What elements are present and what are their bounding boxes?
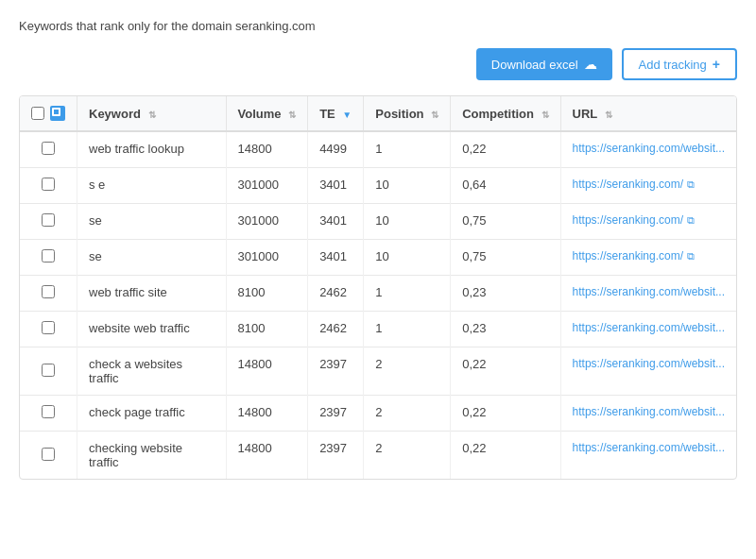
row-url: https://seranking.com/websit... — [560, 276, 736, 312]
table-header-row: Keyword ⇅ Volume ⇅ TE ▼ Position ⇅ Compe… — [20, 96, 736, 131]
row-url: https://seranking.com/websit... — [560, 347, 736, 396]
row-url-link[interactable]: https://seranking.com/websit... — [573, 142, 725, 155]
row-competition: 0,22 — [451, 347, 560, 396]
row-keyword: se — [77, 240, 227, 276]
row-checkbox-cell — [20, 276, 77, 312]
row-competition: 0,75 — [451, 240, 560, 276]
keywords-table: Keyword ⇅ Volume ⇅ TE ▼ Position ⇅ Compe… — [20, 96, 736, 479]
sort-keyword-icon: ⇅ — [148, 110, 156, 120]
row-te: 3401 — [308, 204, 364, 240]
row-checkbox-cell — [20, 396, 77, 432]
row-url: https://seranking.com/⧉ — [560, 204, 736, 240]
row-url-link[interactable]: https://seranking.com/websit... — [573, 321, 725, 334]
sort-url-icon: ⇅ — [605, 110, 612, 120]
download-label: Download excel — [491, 58, 578, 72]
row-position: 10 — [364, 240, 451, 276]
header-url[interactable]: URL ⇅ — [560, 96, 736, 131]
row-url-link[interactable]: https://seranking.com/websit... — [573, 441, 725, 454]
row-checkbox[interactable] — [42, 364, 55, 377]
row-te: 2462 — [308, 276, 364, 312]
row-competition: 0,22 — [451, 432, 560, 480]
row-keyword: web traffic site — [77, 276, 227, 312]
row-keyword: se — [77, 204, 227, 240]
add-tracking-label: Add tracking — [639, 58, 707, 72]
select-all-checkbox[interactable] — [31, 107, 44, 120]
row-position: 10 — [364, 168, 451, 204]
row-url-link[interactable]: https://seranking.com/⧉ — [573, 249, 695, 263]
row-url-link[interactable]: https://seranking.com/websit... — [573, 405, 725, 418]
add-tracking-button[interactable]: Add tracking + — [622, 48, 737, 80]
row-checkbox-cell — [20, 432, 77, 480]
row-competition: 0,23 — [451, 276, 560, 312]
row-checkbox[interactable] — [42, 321, 55, 334]
row-keyword: check a websites traffic — [77, 347, 227, 396]
table-row: s e3010003401100,64https://seranking.com… — [20, 168, 736, 204]
row-competition: 0,22 — [451, 396, 560, 432]
row-checkbox[interactable] — [42, 448, 55, 461]
row-te: 3401 — [308, 168, 364, 204]
row-position: 10 — [364, 204, 451, 240]
row-te: 2462 — [308, 312, 364, 347]
row-url: https://seranking.com/websit... — [560, 432, 736, 480]
row-keyword: web traffic lookup — [77, 131, 227, 168]
row-checkbox-cell — [20, 347, 77, 396]
row-position: 1 — [364, 131, 451, 168]
row-checkbox[interactable] — [42, 285, 55, 298]
table-row: check page traffic14800239720,22https://… — [20, 396, 736, 432]
row-volume: 301000 — [226, 240, 308, 276]
row-competition: 0,23 — [451, 312, 560, 347]
row-position: 1 — [364, 276, 451, 312]
header-te[interactable]: TE ▼ — [308, 96, 364, 131]
table-row: checking website traffic14800239720,22ht… — [20, 432, 736, 480]
header-volume[interactable]: Volume ⇅ — [226, 96, 308, 131]
row-url: https://seranking.com/websit... — [560, 131, 736, 168]
header-checkbox-cell — [20, 96, 77, 131]
row-url-link[interactable]: https://seranking.com/websit... — [573, 285, 725, 298]
table-row: se3010003401100,75https://seranking.com/… — [20, 240, 736, 276]
table-row: web traffic lookup14800449910,22https://… — [20, 131, 736, 168]
external-link-icon: ⧉ — [687, 250, 695, 263]
row-volume: 301000 — [226, 168, 308, 204]
row-competition: 0,75 — [451, 204, 560, 240]
row-url: https://seranking.com/⧉ — [560, 240, 736, 276]
row-volume: 8100 — [226, 276, 308, 312]
copy-icon — [50, 106, 65, 121]
row-url-link[interactable]: https://seranking.com/⧉ — [573, 213, 695, 227]
row-checkbox[interactable] — [42, 405, 55, 418]
row-keyword: checking website traffic — [77, 432, 227, 480]
row-url-link[interactable]: https://seranking.com/websit... — [573, 357, 725, 370]
row-competition: 0,64 — [451, 168, 560, 204]
row-position: 2 — [364, 432, 451, 480]
row-url: https://seranking.com/websit... — [560, 396, 736, 432]
table-row: web traffic site8100246210,23https://ser… — [20, 276, 736, 312]
header-keyword[interactable]: Keyword ⇅ — [77, 96, 227, 131]
row-volume: 14800 — [226, 432, 308, 480]
row-checkbox-cell — [20, 168, 77, 204]
download-excel-button[interactable]: Download excel ☁ — [476, 48, 612, 80]
row-position: 2 — [364, 347, 451, 396]
row-checkbox[interactable] — [42, 142, 55, 155]
row-url-link[interactable]: https://seranking.com/⧉ — [573, 178, 695, 191]
row-checkbox[interactable] — [42, 213, 55, 227]
row-checkbox[interactable] — [42, 178, 55, 191]
row-checkbox[interactable] — [42, 249, 55, 263]
row-checkbox-cell — [20, 240, 77, 276]
header-competition[interactable]: Competition ⇅ — [451, 96, 560, 131]
row-te: 3401 — [308, 240, 364, 276]
table-row: se3010003401100,75https://seranking.com/… — [20, 204, 736, 240]
sort-volume-icon: ⇅ — [288, 110, 296, 120]
row-volume: 14800 — [226, 347, 308, 396]
cloud-icon: ☁ — [584, 57, 597, 72]
header-position[interactable]: Position ⇅ — [364, 96, 451, 131]
row-keyword: website web traffic — [77, 312, 227, 347]
row-position: 2 — [364, 396, 451, 432]
row-checkbox-cell — [20, 131, 77, 168]
row-competition: 0,22 — [451, 131, 560, 168]
row-te: 4499 — [308, 131, 364, 168]
page-title: Keywords that rank only for the domain s… — [19, 19, 737, 33]
row-url: https://seranking.com/⧉ — [560, 168, 736, 204]
external-link-icon: ⧉ — [687, 178, 695, 191]
row-volume: 301000 — [226, 204, 308, 240]
row-te: 2397 — [308, 432, 364, 480]
external-link-icon: ⧉ — [687, 214, 695, 227]
